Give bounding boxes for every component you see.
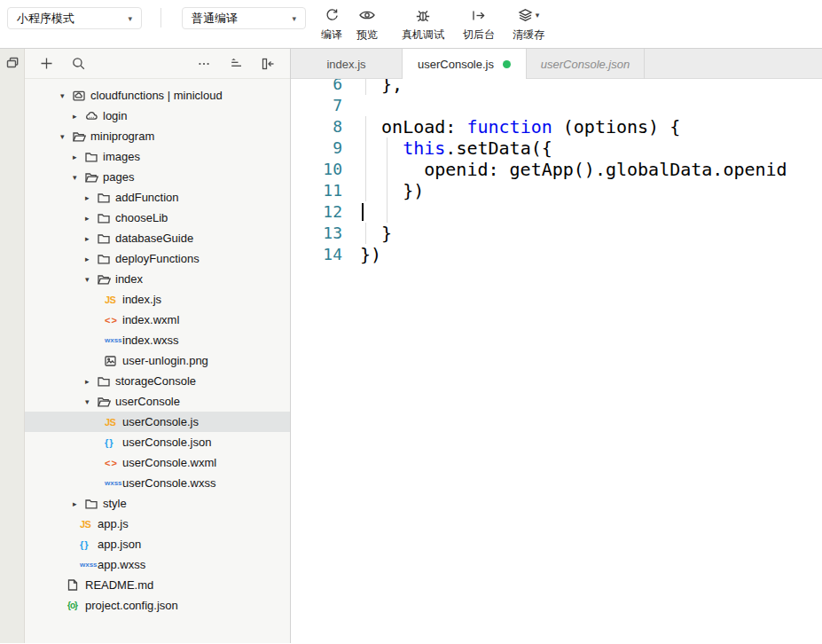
- plus-icon: [40, 57, 53, 70]
- tree-item-label: userConsole.json: [122, 436, 211, 449]
- tree-item-app.js[interactable]: JSapp.js: [25, 514, 290, 534]
- json-icon: { }: [80, 539, 95, 550]
- chevron-expanded-icon[interactable]: ▾: [60, 132, 73, 141]
- tree-item-index.js[interactable]: JSindex.js: [25, 289, 290, 310]
- editor-tabbar: index.jsuserConsole.jsuserConsole.json: [291, 49, 822, 79]
- tree-item-app.wxss[interactable]: wxssapp.wxss: [25, 554, 290, 575]
- tree-item-images[interactable]: ▸images: [25, 146, 290, 167]
- tree-item-index[interactable]: ▾index: [25, 269, 290, 289]
- chevron-collapsed-icon[interactable]: ▸: [85, 193, 98, 202]
- top-toolbar: 小程序模式 ▾ 普通编译 ▾ 编译预览真机调试切后台▾清缓存: [0, 0, 822, 49]
- tab-index.js[interactable]: index.js: [291, 49, 403, 79]
- line-number[interactable]: 9: [291, 137, 342, 159]
- background-button[interactable]: 切后台: [457, 4, 501, 43]
- tree-item-index.wxss[interactable]: wxssindex.wxss: [25, 330, 290, 350]
- chevron-collapsed-icon[interactable]: ▸: [73, 499, 85, 508]
- chevron-expanded-icon[interactable]: ▾: [85, 397, 98, 406]
- preview-button[interactable]: 预览: [350, 4, 384, 43]
- indent-guide: [387, 137, 388, 159]
- collapse-all-button[interactable]: [226, 54, 246, 74]
- tree-item-user-unlogin.png[interactable]: user-unlogin.png: [25, 350, 290, 371]
- chevron-collapsed-icon[interactable]: ▸: [85, 214, 98, 223]
- tree-item-miniprogram[interactable]: ▾miniprogram: [25, 126, 290, 146]
- line-number[interactable]: 12: [291, 201, 342, 223]
- tree-item-label: miniprogram: [90, 130, 154, 143]
- tab-label: userConsole.json: [541, 58, 630, 71]
- chevron-collapsed-icon[interactable]: ▸: [85, 234, 98, 243]
- folder-icon: [98, 254, 113, 264]
- code-text: }): [360, 244, 381, 265]
- tree-item-login[interactable]: ▸login: [25, 106, 290, 126]
- code-editor[interactable]: 6 },78 onLoad: function (options) {9 thi…: [291, 79, 822, 643]
- tree-item-style[interactable]: ▸style: [25, 493, 290, 514]
- line-number[interactable]: 10: [291, 159, 342, 180]
- tree-item-cloudfunctions-minicloud[interactable]: ▾cloudfunctions | minicloud: [25, 85, 290, 106]
- tree-item-userconsole.wxss[interactable]: wxssuserConsole.wxss: [25, 473, 290, 493]
- tree-item-addfunction[interactable]: ▸addFunction: [25, 187, 290, 208]
- tree-item-label: userConsole.wxss: [122, 476, 216, 490]
- tree-item-label: app.js: [98, 517, 129, 530]
- line-number[interactable]: 13: [291, 223, 342, 244]
- tree-item-userconsole.json[interactable]: { }userConsole.json: [25, 432, 290, 452]
- toolbar-button-label: 真机调试: [402, 27, 444, 43]
- indent-guide: [365, 137, 366, 159]
- tree-item-chooselib[interactable]: ▸chooseLib: [25, 208, 290, 228]
- tree-item-project.config.json[interactable]: {o}project.config.json: [25, 595, 290, 616]
- ellipsis-icon: [198, 58, 210, 70]
- tree-item-label: userConsole: [115, 395, 180, 408]
- search-button[interactable]: [68, 54, 88, 74]
- line-number[interactable]: 14: [291, 244, 342, 265]
- indent-guide: [365, 116, 366, 137]
- line-number[interactable]: 6: [291, 79, 342, 95]
- tree-item-pages[interactable]: ▾pages: [25, 167, 290, 187]
- tree-item-storageconsole[interactable]: ▸storageConsole: [25, 371, 290, 391]
- tree-item-userconsole[interactable]: ▾userConsole: [25, 391, 290, 412]
- js-icon: JS: [105, 417, 120, 428]
- code-token: }): [360, 244, 381, 265]
- tree-item-readme.md[interactable]: README.md: [25, 575, 290, 595]
- editor-layout-icon[interactable]: [0, 56, 24, 70]
- clear-cache-button[interactable]: ▾清缓存: [505, 4, 552, 43]
- tab-userconsole.json[interactable]: userConsole.json: [527, 49, 645, 79]
- chevron-expanded-icon[interactable]: ▾: [85, 275, 98, 284]
- folder-icon: [85, 152, 100, 162]
- more-actions-button[interactable]: [194, 54, 214, 74]
- tree-item-label: chooseLib: [115, 211, 168, 224]
- keyword-token: function: [466, 116, 552, 137]
- code-token: }): [360, 180, 424, 201]
- mode-dropdown[interactable]: 小程序模式 ▾: [7, 7, 142, 29]
- indent-guide: [387, 201, 388, 223]
- code-line-10: 10 openid: getApp().globalData.openid: [291, 159, 822, 180]
- code-text: onLoad: function (options) {: [360, 116, 680, 137]
- chevron-expanded-icon[interactable]: ▾: [60, 91, 73, 100]
- chevron-collapsed-icon[interactable]: ▸: [73, 153, 85, 161]
- compile-mode-dropdown[interactable]: 普通编译 ▾: [182, 7, 306, 29]
- device-debug-button[interactable]: 真机调试: [395, 4, 450, 43]
- tree-item-userconsole.js[interactable]: JSuserConsole.js: [25, 412, 290, 432]
- line-number[interactable]: 11: [291, 180, 342, 201]
- hide-sidebar-button[interactable]: [258, 54, 278, 74]
- compile-button[interactable]: 编译: [315, 4, 348, 43]
- code-text: },: [360, 79, 403, 95]
- chevron-collapsed-icon[interactable]: ▸: [85, 377, 98, 386]
- tree-item-deployfunctions[interactable]: ▸deployFunctions: [25, 248, 290, 269]
- indent-guide: [387, 159, 388, 180]
- add-file-button[interactable]: [36, 54, 56, 74]
- tree-item-userconsole.wxml[interactable]: < >userConsole.wxml: [25, 452, 290, 473]
- tree-item-app.json[interactable]: { }app.json: [25, 534, 290, 554]
- json-icon: { }: [105, 437, 120, 448]
- line-number[interactable]: 7: [291, 95, 342, 116]
- tab-label: userConsole.js: [418, 58, 494, 71]
- tree-item-databaseguide[interactable]: ▸databaseGuide: [25, 228, 290, 248]
- tree-item-index.wxml[interactable]: < >index.wxml: [25, 310, 290, 330]
- tab-userconsole.js[interactable]: userConsole.js: [403, 49, 527, 79]
- indent-guide: [387, 180, 388, 201]
- chevron-expanded-icon[interactable]: ▾: [73, 173, 85, 182]
- tree-item-label: addFunction: [115, 191, 179, 204]
- line-number[interactable]: 8: [291, 116, 342, 137]
- chevron-collapsed-icon[interactable]: ▸: [85, 255, 98, 263]
- image-icon: [105, 356, 120, 366]
- code-token: onLoad:: [360, 116, 466, 137]
- chevron-collapsed-icon[interactable]: ▸: [73, 112, 85, 121]
- tree-item-label: style: [103, 497, 127, 510]
